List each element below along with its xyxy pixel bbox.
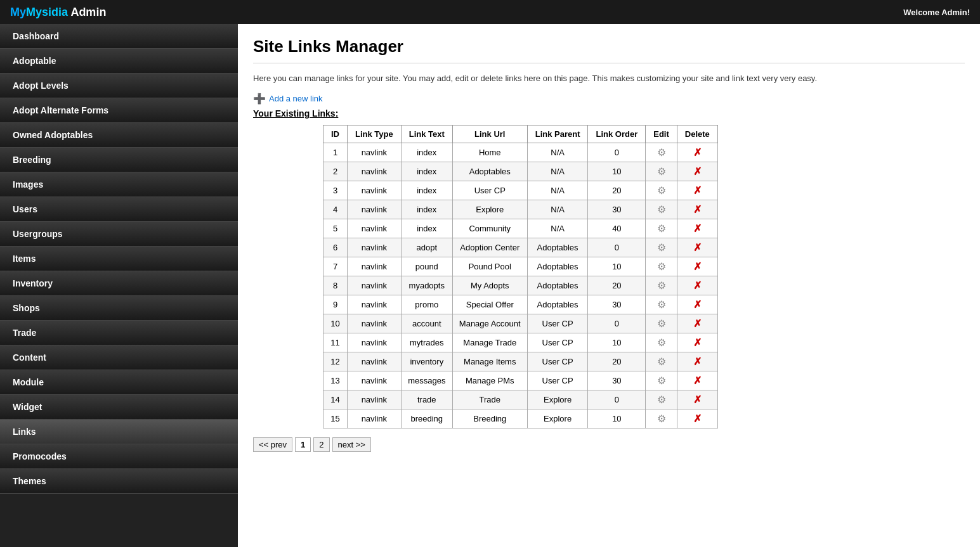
delete-button[interactable]: ✗ xyxy=(693,204,702,215)
col-header-link-parent: Link Parent xyxy=(527,125,588,143)
edit-cell: ⚙ xyxy=(646,276,677,295)
add-new-link-button[interactable]: Add a new link xyxy=(269,94,323,103)
cell-link-order: 10 xyxy=(588,409,646,428)
sidebar-item-owned-adoptables[interactable]: Owned Adoptables xyxy=(0,123,238,148)
delete-button[interactable]: ✗ xyxy=(693,375,702,386)
delete-cell: ✗ xyxy=(677,390,717,409)
cell-id: 5 xyxy=(323,219,348,238)
delete-button[interactable]: ✗ xyxy=(693,413,702,424)
cell-id: 9 xyxy=(323,295,348,314)
logo-my: My xyxy=(10,6,26,18)
logo-admin: Admin xyxy=(68,6,106,18)
delete-button[interactable]: ✗ xyxy=(693,185,702,196)
cell-link-parent: Explore xyxy=(527,390,588,409)
table-row: 10navlinkaccountManage AccountUser CP0⚙✗ xyxy=(323,314,718,333)
cell-link-url: Breeding xyxy=(452,409,527,428)
cell-link-text: index xyxy=(401,200,452,219)
sidebar-item-promocodes[interactable]: Promocodes xyxy=(0,444,238,469)
delete-button[interactable]: ✗ xyxy=(693,242,702,253)
table-row: 4navlinkindexExploreN/A30⚙✗ xyxy=(323,200,718,219)
sidebar-item-widget[interactable]: Widget xyxy=(0,395,238,420)
sidebar-item-users[interactable]: Users xyxy=(0,197,238,222)
sidebar-item-dashboard[interactable]: Dashboard xyxy=(0,24,238,49)
edit-button[interactable]: ⚙ xyxy=(657,147,666,158)
cell-link-parent: User CP xyxy=(527,371,588,390)
cell-id: 1 xyxy=(323,143,348,162)
edit-button[interactable]: ⚙ xyxy=(657,318,666,329)
cell-link-text: account xyxy=(401,314,452,333)
cell-link-url: Special Offer xyxy=(452,295,527,314)
cell-link-order: 0 xyxy=(588,143,646,162)
sidebar-item-themes[interactable]: Themes xyxy=(0,469,238,494)
delete-button[interactable]: ✗ xyxy=(693,147,702,158)
delete-cell: ✗ xyxy=(677,276,717,295)
cell-link-text: pound xyxy=(401,257,452,276)
delete-cell: ✗ xyxy=(677,238,717,257)
cell-link-order: 10 xyxy=(588,162,646,181)
delete-button[interactable]: ✗ xyxy=(693,166,702,177)
cell-link-type: navlink xyxy=(348,333,402,352)
sidebar-item-content[interactable]: Content xyxy=(0,345,238,370)
edit-button[interactable]: ⚙ xyxy=(657,280,666,291)
cell-link-type: navlink xyxy=(348,257,402,276)
edit-button[interactable]: ⚙ xyxy=(657,356,666,367)
edit-cell: ⚙ xyxy=(646,238,677,257)
prev-page-button[interactable]: << prev xyxy=(253,437,292,452)
edit-cell: ⚙ xyxy=(646,181,677,200)
sidebar-item-module[interactable]: Module xyxy=(0,370,238,395)
table-row: 2navlinkindexAdoptablesN/A10⚙✗ xyxy=(323,162,718,181)
edit-button[interactable]: ⚙ xyxy=(657,413,666,424)
sidebar-item-adopt-levels[interactable]: Adopt Levels xyxy=(0,74,238,98)
table-row: 9navlinkpromoSpecial OfferAdoptables30⚙✗ xyxy=(323,295,718,314)
sidebar: DashboardAdoptableAdopt LevelsAdopt Alte… xyxy=(0,24,238,547)
delete-button[interactable]: ✗ xyxy=(693,299,702,310)
edit-button[interactable]: ⚙ xyxy=(657,185,666,196)
cell-link-url: Adoption Center xyxy=(452,238,527,257)
delete-cell: ✗ xyxy=(677,371,717,390)
edit-button[interactable]: ⚙ xyxy=(657,299,666,310)
header: MyMysidia Admin Welcome Admin! xyxy=(0,0,980,24)
cell-link-order: 30 xyxy=(588,371,646,390)
cell-link-order: 30 xyxy=(588,295,646,314)
sidebar-item-links[interactable]: Links xyxy=(0,420,238,444)
delete-button[interactable]: ✗ xyxy=(693,356,702,367)
sidebar-item-breeding[interactable]: Breeding xyxy=(0,148,238,172)
edit-button[interactable]: ⚙ xyxy=(657,242,666,253)
edit-cell: ⚙ xyxy=(646,143,677,162)
cell-link-parent: Adoptables xyxy=(527,238,588,257)
sidebar-item-items[interactable]: Items xyxy=(0,247,238,271)
table-body: 1navlinkindexHomeN/A0⚙✗2navlinkindexAdop… xyxy=(323,143,718,428)
table-row: 3navlinkindexUser CPN/A20⚙✗ xyxy=(323,181,718,200)
cell-link-url: User CP xyxy=(452,181,527,200)
edit-button[interactable]: ⚙ xyxy=(657,166,666,177)
delete-button[interactable]: ✗ xyxy=(693,223,702,234)
page-2-button[interactable]: 2 xyxy=(313,437,329,452)
sidebar-item-images[interactable]: Images xyxy=(0,172,238,197)
delete-button[interactable]: ✗ xyxy=(693,261,702,272)
table-row: 15navlinkbreedingBreedingExplore10⚙✗ xyxy=(323,409,718,428)
edit-cell: ⚙ xyxy=(646,390,677,409)
sidebar-item-adopt-alternate-forms[interactable]: Adopt Alternate Forms xyxy=(0,98,238,123)
delete-button[interactable]: ✗ xyxy=(693,280,702,291)
sidebar-item-adoptable[interactable]: Adoptable xyxy=(0,49,238,74)
next-page-button[interactable]: next >> xyxy=(332,437,371,452)
edit-button[interactable]: ⚙ xyxy=(657,375,666,386)
edit-button[interactable]: ⚙ xyxy=(657,223,666,234)
delete-button[interactable]: ✗ xyxy=(693,318,702,329)
table-row: 8navlinkmyadoptsMy AdoptsAdoptables20⚙✗ xyxy=(323,276,718,295)
sidebar-item-usergroups[interactable]: Usergroups xyxy=(0,222,238,247)
cell-link-type: navlink xyxy=(348,390,402,409)
edit-button[interactable]: ⚙ xyxy=(657,337,666,348)
cell-id: 10 xyxy=(323,314,348,333)
sidebar-item-trade[interactable]: Trade xyxy=(0,321,238,345)
delete-button[interactable]: ✗ xyxy=(693,337,702,348)
edit-cell: ⚙ xyxy=(646,333,677,352)
edit-button[interactable]: ⚙ xyxy=(657,394,666,405)
cell-link-type: navlink xyxy=(348,295,402,314)
edit-button[interactable]: ⚙ xyxy=(657,261,666,272)
edit-cell: ⚙ xyxy=(646,314,677,333)
delete-button[interactable]: ✗ xyxy=(693,394,702,405)
sidebar-item-inventory[interactable]: Inventory xyxy=(0,271,238,296)
sidebar-item-shops[interactable]: Shops xyxy=(0,296,238,321)
edit-button[interactable]: ⚙ xyxy=(657,204,666,215)
